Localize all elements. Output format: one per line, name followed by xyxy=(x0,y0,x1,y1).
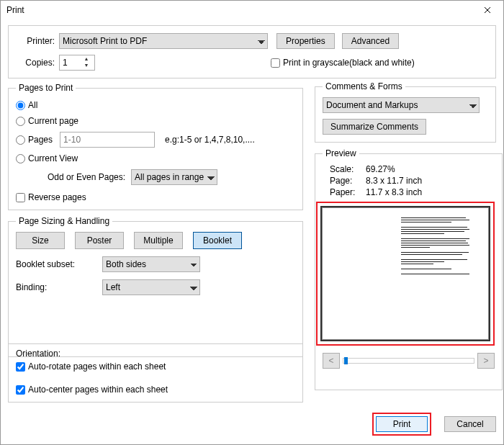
reverse-pages-label: Reverse pages xyxy=(28,192,86,202)
odd-even-label: Odd or Even Pages: xyxy=(48,172,125,182)
preview-prev-button[interactable]: < xyxy=(323,353,340,369)
auto-center-checkbox[interactable] xyxy=(16,385,25,395)
preview-page xyxy=(320,206,490,341)
grayscale-checkbox[interactable] xyxy=(271,58,280,68)
paper-key: Paper: xyxy=(330,187,366,197)
copies-spinner[interactable]: ▲▼ xyxy=(59,55,95,71)
pages-legend: Pages to Print xyxy=(16,83,76,93)
size-button[interactable]: Size xyxy=(16,232,65,249)
copies-input[interactable] xyxy=(60,58,81,68)
preview-next-button[interactable]: > xyxy=(477,353,495,369)
radio-current-page[interactable] xyxy=(16,117,25,126)
radio-current-view-label: Current View xyxy=(28,153,78,163)
comments-legend: Comments & Forms xyxy=(323,81,405,91)
advanced-button[interactable]: Advanced xyxy=(342,33,399,49)
paper-value: 11.7 x 8.3 inch xyxy=(366,187,422,197)
print-button-highlight: Print xyxy=(372,413,431,436)
booklet-subset-label: Booklet subset: xyxy=(16,259,102,269)
pages-hint: e.g:1-5 or 1,4,7,8,10,.... xyxy=(165,135,255,145)
close-button[interactable] xyxy=(477,3,498,17)
grayscale-label: Print in grayscale(black and white) xyxy=(283,58,415,68)
poster-button[interactable]: Poster xyxy=(75,232,124,249)
radio-pages[interactable] xyxy=(16,135,25,145)
radio-pages-label: Pages xyxy=(28,135,53,145)
printer-label: Printer: xyxy=(16,36,55,46)
orientation-legend: Orientation: xyxy=(16,349,295,359)
title-bar: Print xyxy=(1,1,503,19)
page-key: Page: xyxy=(330,176,366,186)
radio-current-view[interactable] xyxy=(16,154,25,163)
printer-select[interactable]: Microsoft Print to PDF xyxy=(59,33,268,49)
page-sizing-panel: Page Sizing & Handling Size Poster Multi… xyxy=(8,216,303,357)
cancel-button[interactable]: Cancel xyxy=(444,416,496,432)
booklet-subset-select[interactable]: Both sides xyxy=(102,256,200,272)
radio-current-page-label: Current page xyxy=(28,116,78,126)
spinner-arrows[interactable]: ▲▼ xyxy=(81,56,91,69)
radio-all-label: All xyxy=(28,100,37,110)
scale-value: 69.27% xyxy=(366,164,395,174)
dialog-footer: Print Cancel xyxy=(372,413,496,436)
pages-range-input[interactable] xyxy=(60,132,155,148)
preview-panel: Preview Scale:69.27% Page:8.3 x 11.7 inc… xyxy=(315,148,503,390)
page-value: 8.3 x 11.7 inch xyxy=(366,176,422,186)
printer-panel: Printer: Microsoft Print to PDF Properti… xyxy=(8,25,496,78)
comments-panel: Comments & Forms Document and Markups Su… xyxy=(315,81,496,143)
comments-select[interactable]: Document and Markups xyxy=(323,97,480,113)
auto-center-label: Auto-center pages within each sheet xyxy=(28,385,168,395)
odd-even-select[interactable]: All pages in range xyxy=(131,169,217,185)
preview-scroll-track[interactable] xyxy=(343,358,474,364)
sizing-legend: Page Sizing & Handling xyxy=(16,216,112,226)
orientation-panel: Orientation: Auto-rotate pages within ea… xyxy=(8,343,303,403)
preview-highlight xyxy=(316,202,495,346)
close-icon xyxy=(484,6,491,14)
multiple-button[interactable]: Multiple xyxy=(134,232,183,249)
booklet-button[interactable]: Booklet xyxy=(193,232,242,249)
print-button[interactable]: Print xyxy=(376,416,428,432)
summarize-comments-button[interactable]: Summarize Comments xyxy=(323,119,426,135)
properties-button[interactable]: Properties xyxy=(276,33,335,49)
window-title: Print xyxy=(6,5,24,15)
scale-key: Scale: xyxy=(330,164,366,174)
preview-legend: Preview xyxy=(323,148,359,158)
radio-all[interactable] xyxy=(16,101,25,110)
binding-select[interactable]: Left xyxy=(102,279,200,295)
reverse-pages-checkbox[interactable] xyxy=(16,193,25,202)
auto-rotate-checkbox[interactable] xyxy=(16,362,25,372)
preview-scroll-thumb[interactable] xyxy=(344,357,348,364)
pages-to-print-panel: Pages to Print All Current page Pages e.… xyxy=(8,83,303,210)
copies-label: Copies: xyxy=(16,58,55,68)
auto-rotate-label: Auto-rotate pages within each sheet xyxy=(28,361,166,372)
binding-label: Binding: xyxy=(16,282,102,292)
